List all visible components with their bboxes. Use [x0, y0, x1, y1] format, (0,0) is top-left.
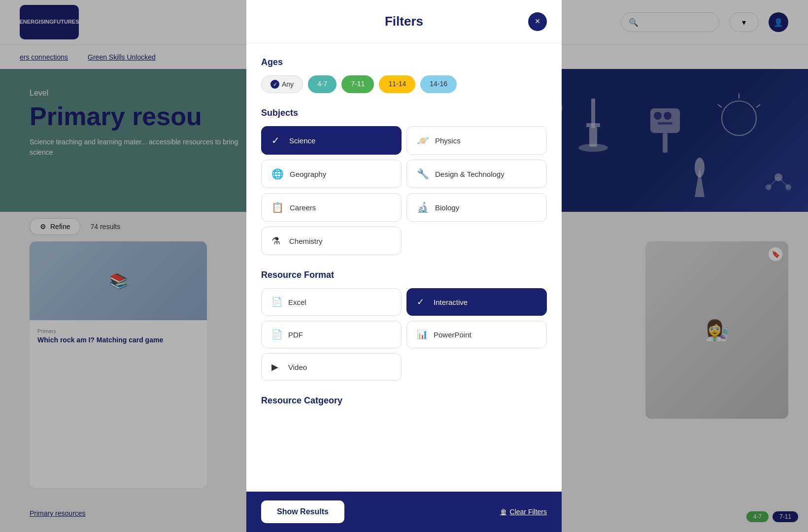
video-label: Video [288, 363, 307, 371]
interactive-check-icon: ✓ [417, 297, 428, 307]
design-tech-icon: 🔧 [417, 168, 429, 180]
excel-label: Excel [288, 298, 306, 306]
subject-design-technology[interactable]: 🔧 Design & Technology [406, 160, 547, 188]
format-video[interactable]: ▶ Video [261, 353, 402, 381]
modal-title: Filters [385, 14, 423, 29]
age-pill-any[interactable]: ✓ Any [261, 75, 303, 93]
biology-icon: 🔬 [417, 201, 429, 213]
show-results-label: Show Results [277, 507, 329, 516]
close-icon: × [535, 16, 540, 27]
modal-header: Filters × [246, 0, 562, 43]
check-icon: ✓ [270, 80, 279, 89]
subject-physics[interactable]: 🪐 Physics [406, 126, 547, 155]
trash-icon: 🗑 [500, 508, 507, 516]
clear-filters-button[interactable]: 🗑 Clear Filters [500, 508, 547, 516]
careers-icon: 📋 [271, 201, 284, 213]
resource-category-title: Resource Catgeory [261, 396, 547, 406]
biology-label: Biology [435, 203, 459, 212]
subject-geography[interactable]: 🌐 Geography [261, 160, 402, 188]
clear-filters-label: Clear Filters [510, 508, 547, 516]
format-excel[interactable]: 📄 Excel [261, 288, 402, 316]
modal-body: Ages ✓ Any 4-7 7-11 11-14 14-16 Subjects… [246, 43, 562, 492]
show-results-button[interactable]: Show Results [261, 500, 344, 523]
geography-icon: 🌐 [271, 168, 284, 180]
age-pills: ✓ Any 4-7 7-11 11-14 14-16 [261, 75, 547, 93]
format-section-title: Resource Format [261, 270, 547, 280]
powerpoint-label: PowerPoint [434, 331, 471, 339]
subject-biology[interactable]: 🔬 Biology [406, 193, 547, 222]
pdf-icon: 📄 [271, 329, 282, 340]
science-check-icon: ✓ [271, 134, 283, 146]
subjects-grid: ✓ Science 🪐 Physics 🌐 Geography 🔧 Design… [261, 126, 547, 255]
science-label: Science [289, 136, 315, 145]
modal-close-button[interactable]: × [528, 12, 547, 31]
subject-science[interactable]: ✓ Science [261, 126, 402, 155]
format-grid: 📄 Excel ✓ Interactive 📄 PDF 📊 PowerPoint… [261, 288, 547, 381]
geography-label: Geography [290, 170, 326, 178]
format-pdf[interactable]: 📄 PDF [261, 321, 402, 348]
format-powerpoint[interactable]: 📊 PowerPoint [406, 321, 547, 348]
format-interactive[interactable]: ✓ Interactive [406, 288, 547, 316]
physics-label: Physics [435, 136, 461, 145]
subject-careers[interactable]: 📋 Careers [261, 193, 402, 222]
physics-icon: 🪐 [417, 134, 429, 146]
interactive-label: Interactive [434, 298, 468, 306]
age-pill-4-7[interactable]: 4-7 [308, 75, 337, 93]
age-pill-11-14[interactable]: 11-14 [379, 75, 415, 93]
age-pill-14-16[interactable]: 14-16 [420, 75, 457, 93]
ages-section-title: Ages [261, 57, 547, 67]
video-icon: ▶ [271, 362, 282, 372]
careers-label: Careers [290, 203, 316, 212]
pdf-label: PDF [288, 331, 303, 339]
subject-chemistry[interactable]: ⚗ Chemistry [261, 227, 402, 255]
excel-icon: 📄 [271, 297, 282, 307]
chemistry-label: Chemistry [289, 237, 323, 245]
chemistry-icon: ⚗ [271, 235, 283, 247]
age-pill-7-11[interactable]: 7-11 [341, 75, 374, 93]
filters-modal: Filters × Ages ✓ Any 4-7 7-11 11-14 14-1… [246, 0, 562, 532]
powerpoint-icon: 📊 [417, 329, 428, 340]
age-any-label: Any [282, 80, 294, 88]
design-tech-label: Design & Technology [435, 170, 505, 178]
modal-footer: Show Results 🗑 Clear Filters [246, 492, 562, 532]
subjects-section-title: Subjects [261, 108, 547, 118]
